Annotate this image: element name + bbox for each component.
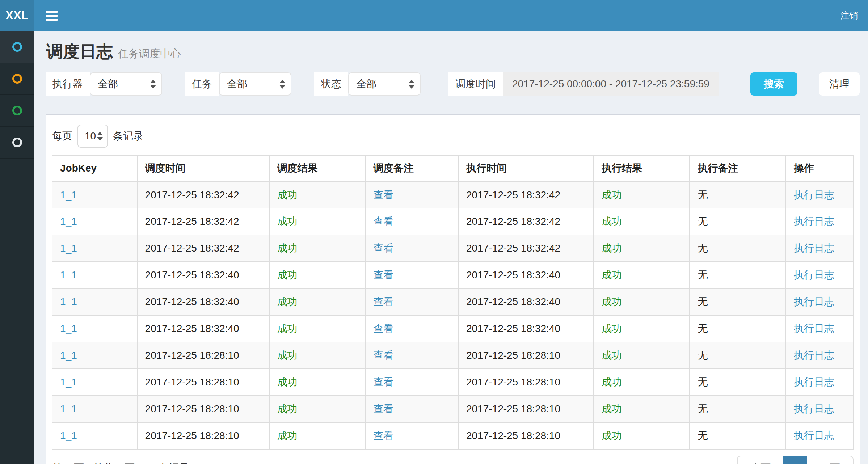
cell-trigger_result: 成功 [269, 396, 366, 422]
execution-log-link[interactable]: 执行日志 [794, 189, 834, 201]
handle_time-text: 2017-12-25 18:28:10 [466, 430, 560, 441]
view-trigger-remark-link[interactable]: 查看 [373, 430, 393, 441]
search-button[interactable]: 搜索 [750, 72, 797, 96]
cell-trigger_time: 2017-12-25 18:28:10 [137, 422, 269, 449]
cell-action: 执行日志 [786, 315, 853, 342]
jobkey-link[interactable]: 1_1 [60, 269, 77, 280]
view-trigger-remark-link[interactable]: 查看 [373, 242, 393, 254]
jobkey-link[interactable]: 1_1 [60, 242, 77, 254]
view-trigger-remark-link[interactable]: 查看 [373, 323, 393, 334]
next-page-button[interactable]: 下页 [807, 456, 853, 464]
execution-log-link[interactable]: 执行日志 [794, 296, 834, 307]
execution-log-link[interactable]: 执行日志 [794, 430, 834, 441]
handle_time-text: 2017-12-25 18:32:40 [466, 269, 560, 280]
cell-handle_remark: 无 [690, 181, 786, 208]
view-trigger-remark-link[interactable]: 查看 [373, 296, 393, 307]
sidebar-item-log[interactable] [0, 95, 34, 127]
cell-trigger_time: 2017-12-25 18:32:40 [137, 262, 269, 288]
column-header-handle_result: 执行结果 [594, 155, 690, 181]
column-header-action: 操作 [786, 155, 853, 181]
current-page-button[interactable]: 1 [783, 456, 807, 464]
execution-log-link[interactable]: 执行日志 [794, 242, 834, 254]
cell-action: 执行日志 [786, 235, 853, 262]
jobkey-link[interactable]: 1_1 [60, 430, 77, 441]
cell-action: 执行日志 [786, 262, 853, 288]
jobkey-link[interactable]: 1_1 [60, 296, 77, 307]
view-trigger-remark-link[interactable]: 查看 [373, 189, 393, 201]
cell-trigger_result: 成功 [269, 288, 366, 315]
execution-log-link[interactable]: 执行日志 [794, 376, 834, 388]
table-header-row: JobKey调度时间调度结果调度备注执行时间执行结果执行备注操作 [52, 155, 853, 181]
status-label: 状态 [314, 72, 348, 96]
prev-page-button[interactable]: 上页 [738, 456, 783, 464]
view-trigger-remark-link[interactable]: 查看 [373, 403, 393, 414]
jobkey-link[interactable]: 1_1 [60, 189, 77, 201]
trigger-time-range-input[interactable]: 2017-12-25 00:00:00 - 2017-12-25 23:59:5… [503, 72, 719, 96]
handle_remark-text: 无 [698, 403, 708, 414]
trigger_time-text: 2017-12-25 18:28:10 [145, 403, 239, 414]
execution-log-link[interactable]: 执行日志 [794, 269, 834, 280]
cell-jobkey: 1_1 [52, 422, 137, 449]
handle_remark-text: 无 [698, 350, 708, 361]
table-row: 1_12017-12-25 18:28:10成功查看2017-12-25 18:… [52, 342, 853, 369]
executor-select-value: 全部 [98, 77, 118, 91]
select-stepper-icon [279, 80, 285, 89]
page-size-select[interactable]: 10 [77, 125, 108, 148]
handle_remark-text: 无 [698, 189, 708, 201]
execution-log-link[interactable]: 执行日志 [794, 350, 834, 361]
select-stepper-icon [97, 132, 103, 141]
sidebar-toggle-icon[interactable] [46, 11, 58, 21]
trigger_result-status: 成功 [277, 430, 298, 441]
handle_result-status: 成功 [602, 216, 622, 227]
execution-log-link[interactable]: 执行日志 [794, 216, 834, 227]
cell-jobkey: 1_1 [52, 342, 137, 369]
jobkey-link[interactable]: 1_1 [60, 403, 77, 414]
cell-jobkey: 1_1 [52, 208, 137, 235]
sidebar-item-help[interactable] [0, 127, 34, 159]
cell-jobkey: 1_1 [52, 288, 137, 315]
column-header-trigger_result: 调度结果 [269, 155, 366, 181]
jobkey-link[interactable]: 1_1 [60, 216, 77, 227]
handle_result-status: 成功 [602, 430, 622, 441]
clean-button[interactable]: 清理 [819, 72, 860, 96]
cell-trigger_remark: 查看 [365, 342, 458, 369]
page-size-prefix-label: 每页 [52, 129, 72, 143]
cell-action: 执行日志 [786, 288, 853, 315]
cell-trigger_time: 2017-12-25 18:32:40 [137, 288, 269, 315]
cell-action: 执行日志 [786, 208, 853, 235]
trigger_time-text: 2017-12-25 18:28:10 [145, 430, 239, 441]
view-trigger-remark-link[interactable]: 查看 [373, 216, 393, 227]
view-trigger-remark-link[interactable]: 查看 [373, 350, 393, 361]
job-filter-group: 任务 全部 [185, 72, 291, 96]
handle_result-status: 成功 [602, 376, 622, 388]
trigger_time-text: 2017-12-25 18:32:42 [145, 216, 239, 227]
pagination-summary: 第 1 页 ( 总共 1 页，10 条记录 ) [52, 461, 195, 464]
trigger_result-status: 成功 [277, 242, 298, 254]
cell-handle_time: 2017-12-25 18:32:40 [458, 288, 594, 315]
cell-handle_result: 成功 [594, 262, 690, 288]
cell-handle_remark: 无 [690, 342, 786, 369]
cell-action: 执行日志 [786, 422, 853, 449]
view-trigger-remark-link[interactable]: 查看 [373, 376, 393, 388]
executor-select[interactable]: 全部 [90, 72, 162, 96]
sidebar-item-job[interactable] [0, 63, 34, 95]
table-row: 1_12017-12-25 18:32:42成功查看2017-12-25 18:… [52, 208, 853, 235]
cell-trigger_time: 2017-12-25 18:28:10 [137, 396, 269, 422]
cell-handle_result: 成功 [594, 288, 690, 315]
column-header-jobkey: JobKey [52, 155, 137, 181]
execution-log-link[interactable]: 执行日志 [794, 323, 834, 334]
logout-link[interactable]: 注销 [840, 10, 858, 21]
view-trigger-remark-link[interactable]: 查看 [373, 269, 393, 280]
jobkey-link[interactable]: 1_1 [60, 323, 77, 334]
status-select[interactable]: 全部 [348, 72, 421, 96]
cell-trigger_time: 2017-12-25 18:32:40 [137, 315, 269, 342]
select-stepper-icon [409, 80, 414, 89]
column-header-trigger_time: 调度时间 [137, 155, 269, 181]
sidebar-item-executor[interactable] [0, 31, 34, 63]
execution-log-link[interactable]: 执行日志 [794, 403, 834, 414]
circle-icon [12, 74, 22, 84]
job-select[interactable]: 全部 [219, 72, 291, 96]
jobkey-link[interactable]: 1_1 [60, 376, 77, 388]
jobkey-link[interactable]: 1_1 [60, 350, 77, 361]
cell-trigger_remark: 查看 [365, 422, 458, 449]
